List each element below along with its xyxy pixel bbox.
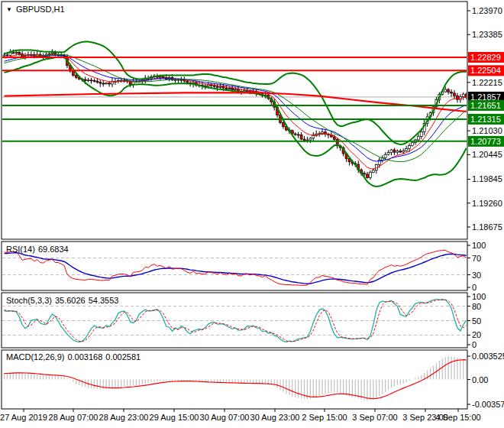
svg-text:1.22215: 1.22215 (472, 78, 502, 87)
symbol-label[interactable]: ▼GBPUSD,H1 (6, 5, 68, 14)
svg-text:100: 100 (472, 292, 486, 301)
svg-text:3 Sep 07:00: 3 Sep 07:00 (352, 413, 397, 422)
svg-text:1.22504: 1.22504 (470, 66, 501, 75)
svg-text:1.19260: 1.19260 (472, 199, 502, 208)
stoch-indicator-label: Stoch(5,3,3)35.602654.3553 (6, 296, 121, 305)
price-axis[interactable]: 1.239701.233851.222151.210301.204451.198… (467, 6, 504, 232)
svg-text:-0.003572: -0.003572 (472, 400, 504, 409)
svg-text:4 Sep 15:00: 4 Sep 15:00 (435, 413, 480, 422)
svg-text:1.23385: 1.23385 (472, 30, 502, 39)
svg-text:28 Aug 07:00: 28 Aug 07:00 (49, 413, 99, 422)
svg-text:100: 100 (472, 241, 486, 250)
svg-text:29 Aug 15:00: 29 Aug 15:00 (150, 413, 199, 422)
svg-text:0: 0 (472, 340, 477, 349)
svg-text:1.23970: 1.23970 (472, 6, 502, 15)
trading-terminal-chart: 1.239701.233851.222151.210301.204451.198… (0, 0, 504, 428)
svg-text:28 Aug 23:00: 28 Aug 23:00 (99, 413, 149, 422)
main-chart-panel[interactable] (2, 2, 467, 239)
svg-text:1.21651: 1.21651 (470, 101, 501, 110)
svg-text:27 Aug 2019: 27 Aug 2019 (0, 413, 47, 422)
svg-text:1.21315: 1.21315 (470, 115, 501, 124)
svg-text:20: 20 (472, 330, 481, 339)
svg-text:0.00: 0.00 (472, 375, 488, 384)
svg-text:50: 50 (472, 316, 481, 326)
rsi-indicator-label: RSI(14)69.6834 (6, 245, 72, 254)
svg-text:80: 80 (472, 302, 481, 311)
svg-text:0: 0 (472, 283, 477, 292)
macd-value-signal: 0.002581 (105, 352, 141, 362)
svg-text:1.22829: 1.22829 (470, 53, 501, 62)
time-axis[interactable]: 27 Aug 201928 Aug 07:0028 Aug 23:0029 Au… (0, 409, 481, 422)
collapse-triangle-icon[interactable]: ▼ (6, 6, 12, 13)
stoch-value-main: 35.6026 (55, 296, 86, 305)
chart-canvas[interactable]: 1.239701.233851.222151.210301.204451.198… (0, 0, 504, 428)
svg-text:30: 30 (472, 271, 481, 280)
svg-text:1.19845: 1.19845 (472, 174, 502, 183)
svg-text:1.20445: 1.20445 (472, 150, 502, 159)
rsi-value: 69.6834 (38, 245, 69, 254)
rsi-name: RSI(14) (6, 245, 35, 254)
stoch-name: Stoch(5,3,3) (6, 296, 52, 305)
macd-name: MACD(12,26,9) (6, 352, 64, 362)
svg-text:30 Aug 23:00: 30 Aug 23:00 (250, 413, 300, 422)
stoch-value-signal: 54.3553 (89, 296, 119, 305)
svg-text:0.003525: 0.003525 (472, 352, 504, 361)
svg-text:1.18675: 1.18675 (472, 222, 502, 232)
svg-text:1.20773: 1.20773 (470, 137, 501, 146)
svg-text:2 Sep 15:00: 2 Sep 15:00 (302, 413, 347, 422)
macd-value-main: 0.003168 (67, 352, 102, 362)
macd-indicator-label: MACD(12,26,9)0.0031680.002581 (6, 352, 144, 362)
svg-text:30 Aug 07:00: 30 Aug 07:00 (200, 413, 250, 422)
svg-text:70: 70 (472, 254, 481, 263)
svg-text:1.21030: 1.21030 (472, 126, 502, 135)
symbol-text: GBPUSD,H1 (16, 5, 65, 14)
